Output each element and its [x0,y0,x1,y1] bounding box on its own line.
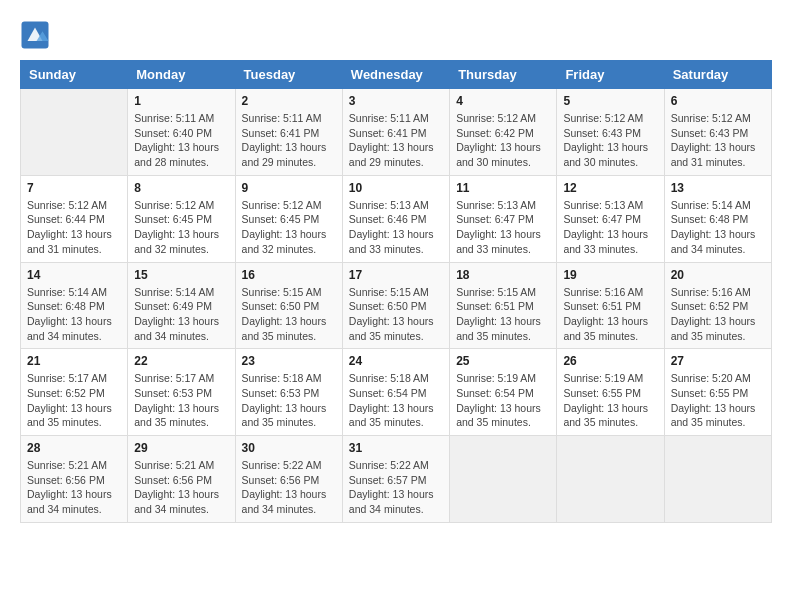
day-info: Sunrise: 5:19 AMSunset: 6:55 PMDaylight:… [563,371,657,430]
day-info: Sunrise: 5:11 AMSunset: 6:41 PMDaylight:… [349,111,443,170]
day-number: 19 [563,268,657,282]
calendar-week-1: 1Sunrise: 5:11 AMSunset: 6:40 PMDaylight… [21,89,772,176]
calendar-body: 1Sunrise: 5:11 AMSunset: 6:40 PMDaylight… [21,89,772,523]
calendar-week-5: 28Sunrise: 5:21 AMSunset: 6:56 PMDayligh… [21,436,772,523]
logo-icon [20,20,50,50]
day-info: Sunrise: 5:21 AMSunset: 6:56 PMDaylight:… [134,458,228,517]
day-number: 26 [563,354,657,368]
calendar-cell: 2Sunrise: 5:11 AMSunset: 6:41 PMDaylight… [235,89,342,176]
day-number: 22 [134,354,228,368]
day-info: Sunrise: 5:20 AMSunset: 6:55 PMDaylight:… [671,371,765,430]
calendar-cell: 17Sunrise: 5:15 AMSunset: 6:50 PMDayligh… [342,262,449,349]
day-info: Sunrise: 5:15 AMSunset: 6:51 PMDaylight:… [456,285,550,344]
calendar-cell: 11Sunrise: 5:13 AMSunset: 6:47 PMDayligh… [450,175,557,262]
calendar-header-tuesday: Tuesday [235,61,342,89]
calendar-cell: 1Sunrise: 5:11 AMSunset: 6:40 PMDaylight… [128,89,235,176]
day-number: 13 [671,181,765,195]
day-number: 17 [349,268,443,282]
day-info: Sunrise: 5:12 AMSunset: 6:43 PMDaylight:… [563,111,657,170]
calendar-header-monday: Monday [128,61,235,89]
calendar-cell [664,436,771,523]
day-number: 29 [134,441,228,455]
day-number: 10 [349,181,443,195]
calendar-cell [557,436,664,523]
calendar-cell: 26Sunrise: 5:19 AMSunset: 6:55 PMDayligh… [557,349,664,436]
day-info: Sunrise: 5:14 AMSunset: 6:48 PMDaylight:… [671,198,765,257]
calendar-cell: 20Sunrise: 5:16 AMSunset: 6:52 PMDayligh… [664,262,771,349]
day-number: 30 [242,441,336,455]
calendar-cell: 25Sunrise: 5:19 AMSunset: 6:54 PMDayligh… [450,349,557,436]
day-number: 15 [134,268,228,282]
day-number: 2 [242,94,336,108]
calendar-cell: 22Sunrise: 5:17 AMSunset: 6:53 PMDayligh… [128,349,235,436]
calendar-cell: 8Sunrise: 5:12 AMSunset: 6:45 PMDaylight… [128,175,235,262]
day-info: Sunrise: 5:13 AMSunset: 6:47 PMDaylight:… [456,198,550,257]
day-info: Sunrise: 5:12 AMSunset: 6:45 PMDaylight:… [134,198,228,257]
day-info: Sunrise: 5:21 AMSunset: 6:56 PMDaylight:… [27,458,121,517]
calendar-cell: 30Sunrise: 5:22 AMSunset: 6:56 PMDayligh… [235,436,342,523]
day-number: 5 [563,94,657,108]
day-number: 14 [27,268,121,282]
day-number: 11 [456,181,550,195]
day-info: Sunrise: 5:16 AMSunset: 6:51 PMDaylight:… [563,285,657,344]
calendar-header-friday: Friday [557,61,664,89]
calendar-cell: 15Sunrise: 5:14 AMSunset: 6:49 PMDayligh… [128,262,235,349]
calendar-cell: 6Sunrise: 5:12 AMSunset: 6:43 PMDaylight… [664,89,771,176]
day-info: Sunrise: 5:19 AMSunset: 6:54 PMDaylight:… [456,371,550,430]
calendar-cell: 3Sunrise: 5:11 AMSunset: 6:41 PMDaylight… [342,89,449,176]
day-info: Sunrise: 5:22 AMSunset: 6:57 PMDaylight:… [349,458,443,517]
calendar-cell: 28Sunrise: 5:21 AMSunset: 6:56 PMDayligh… [21,436,128,523]
day-number: 12 [563,181,657,195]
day-info: Sunrise: 5:12 AMSunset: 6:42 PMDaylight:… [456,111,550,170]
day-number: 1 [134,94,228,108]
day-info: Sunrise: 5:15 AMSunset: 6:50 PMDaylight:… [349,285,443,344]
calendar-header-saturday: Saturday [664,61,771,89]
day-number: 8 [134,181,228,195]
day-number: 4 [456,94,550,108]
calendar-week-4: 21Sunrise: 5:17 AMSunset: 6:52 PMDayligh… [21,349,772,436]
calendar-cell [21,89,128,176]
calendar-cell: 5Sunrise: 5:12 AMSunset: 6:43 PMDaylight… [557,89,664,176]
calendar-week-3: 14Sunrise: 5:14 AMSunset: 6:48 PMDayligh… [21,262,772,349]
day-number: 20 [671,268,765,282]
day-info: Sunrise: 5:12 AMSunset: 6:44 PMDaylight:… [27,198,121,257]
day-info: Sunrise: 5:15 AMSunset: 6:50 PMDaylight:… [242,285,336,344]
day-info: Sunrise: 5:12 AMSunset: 6:45 PMDaylight:… [242,198,336,257]
calendar-cell: 12Sunrise: 5:13 AMSunset: 6:47 PMDayligh… [557,175,664,262]
calendar-header-wednesday: Wednesday [342,61,449,89]
day-number: 7 [27,181,121,195]
calendar-cell: 14Sunrise: 5:14 AMSunset: 6:48 PMDayligh… [21,262,128,349]
day-info: Sunrise: 5:16 AMSunset: 6:52 PMDaylight:… [671,285,765,344]
day-number: 23 [242,354,336,368]
day-info: Sunrise: 5:17 AMSunset: 6:53 PMDaylight:… [134,371,228,430]
day-info: Sunrise: 5:12 AMSunset: 6:43 PMDaylight:… [671,111,765,170]
calendar-cell: 10Sunrise: 5:13 AMSunset: 6:46 PMDayligh… [342,175,449,262]
day-info: Sunrise: 5:17 AMSunset: 6:52 PMDaylight:… [27,371,121,430]
day-info: Sunrise: 5:14 AMSunset: 6:48 PMDaylight:… [27,285,121,344]
calendar-header-row: SundayMondayTuesdayWednesdayThursdayFrid… [21,61,772,89]
calendar-table: SundayMondayTuesdayWednesdayThursdayFrid… [20,60,772,523]
calendar-cell: 7Sunrise: 5:12 AMSunset: 6:44 PMDaylight… [21,175,128,262]
day-info: Sunrise: 5:18 AMSunset: 6:53 PMDaylight:… [242,371,336,430]
day-info: Sunrise: 5:18 AMSunset: 6:54 PMDaylight:… [349,371,443,430]
day-number: 28 [27,441,121,455]
calendar-cell [450,436,557,523]
day-number: 27 [671,354,765,368]
day-info: Sunrise: 5:22 AMSunset: 6:56 PMDaylight:… [242,458,336,517]
day-number: 16 [242,268,336,282]
day-info: Sunrise: 5:13 AMSunset: 6:46 PMDaylight:… [349,198,443,257]
calendar-cell: 29Sunrise: 5:21 AMSunset: 6:56 PMDayligh… [128,436,235,523]
calendar-header-sunday: Sunday [21,61,128,89]
calendar-cell: 18Sunrise: 5:15 AMSunset: 6:51 PMDayligh… [450,262,557,349]
day-number: 31 [349,441,443,455]
calendar-cell: 24Sunrise: 5:18 AMSunset: 6:54 PMDayligh… [342,349,449,436]
calendar-header-thursday: Thursday [450,61,557,89]
calendar-cell: 13Sunrise: 5:14 AMSunset: 6:48 PMDayligh… [664,175,771,262]
day-number: 3 [349,94,443,108]
day-number: 9 [242,181,336,195]
day-number: 6 [671,94,765,108]
day-number: 18 [456,268,550,282]
day-info: Sunrise: 5:14 AMSunset: 6:49 PMDaylight:… [134,285,228,344]
calendar-week-2: 7Sunrise: 5:12 AMSunset: 6:44 PMDaylight… [21,175,772,262]
calendar-cell: 21Sunrise: 5:17 AMSunset: 6:52 PMDayligh… [21,349,128,436]
